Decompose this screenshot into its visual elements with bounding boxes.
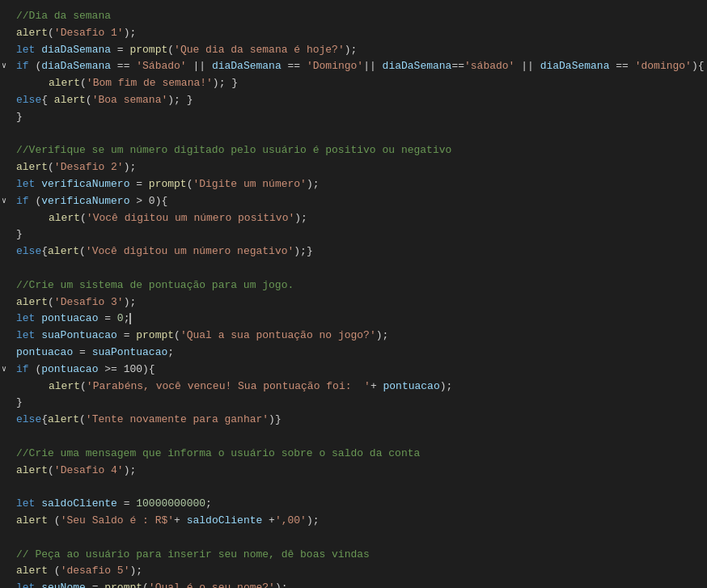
token: 'Seu Saldo é : R$' [61,514,174,527]
token: alert [49,77,80,89]
token: ( [29,60,42,72]
code-line-25: else{alert('Tente novamente para ganhar'… [0,412,707,429]
code-line-22: if (pontuacao >= 100){ [0,362,707,379]
token: ); [129,565,142,577]
text-cursor [129,313,131,324]
code-line-7: } [0,109,707,126]
token: ( [79,245,86,257]
token: prompt [104,582,142,588]
code-line-6: else{ alert('Boa semana'); } [0,92,707,109]
code-line-33: // Peça ao usuário para inserir seu nome… [0,547,707,564]
comment-17: //Crie um sistema de pontuação para um j… [16,279,294,291]
token: alert [49,212,80,224]
comment-27: //Crie uma mensagem que informa o usuári… [16,447,420,459]
code-line-14: } [0,226,707,243]
token: verificaNumero [41,195,129,207]
token: prompt [136,329,174,341]
token: diaDaSemana [540,60,610,72]
code-line-9: //Verifique se um número digitado pelo u… [0,142,707,159]
token: 'domingo' [635,60,692,72]
token: 'Você digitou um número negativo' [86,245,294,257]
token: ( [48,27,54,39]
code-line-27: //Crie uma mensagem que informa o usuári… [0,446,707,463]
token: pontuacao [383,380,440,392]
token: == [451,60,464,72]
token: pontuacao [41,363,98,375]
token: let [16,312,35,324]
token: if [16,195,29,207]
token: ( [48,565,61,577]
token: = [117,329,136,341]
token: suaPontuacao [92,346,168,358]
token: alert [16,161,48,173]
token: ); [345,44,358,56]
token: pontuacao [41,312,98,324]
token: ); [275,582,288,588]
token: 'Bom fim de semana!' [87,77,213,89]
token: ; [124,312,130,324]
code-line-34: alert ('desafio 5'); [0,563,707,580]
token: 'Boa semana' [92,94,168,106]
token: = [73,346,91,358]
token: ); [307,514,320,527]
token: ( [48,296,54,308]
token: alert [16,464,48,476]
code-line-20: let suaPontuacao = prompt('Qual a sua po… [0,328,707,345]
code-line-5: alert('Bom fim de semana!'); } [0,75,707,92]
token: > 0){ [129,195,167,207]
code-line-1: //Dia da semana [0,8,707,25]
token: let [16,44,35,56]
token: diaDaSemana [41,60,111,72]
token: suaPontuacao [41,329,117,341]
token: == [111,60,136,72]
token: ); [307,178,320,190]
token: == [282,60,307,72]
token: ( [48,514,61,527]
token: diaDaSemana [212,60,282,72]
token: 0 [117,312,124,324]
token: 'Qual a sua pontuação no jogo?' [180,329,376,341]
token: ( [48,464,54,476]
code-line-4: if (diaDaSemana == 'Sábado' || diaDaSema… [0,58,707,75]
code-line-35: let seuNome = prompt('Qual é o seu nome?… [0,580,707,588]
token: alert [48,245,79,257]
token: { [41,245,48,257]
token: )} [269,413,282,425]
token: 'sábado' [464,60,514,72]
token: saldoCliente [187,514,263,527]
token: = [129,178,148,190]
code-editor: //Dia da semana alert('Desafio 1'); let … [0,0,707,588]
code-line-21: pontuacao = suaPontuacao; [0,345,707,362]
token: 'Digite um número' [193,178,306,190]
token: else [16,94,41,106]
token: = [86,582,104,588]
token: pontuacao [16,346,73,358]
code-line-24: } [0,395,707,412]
code-line-3: let diaDaSemana = prompt('Que dia da sem… [0,42,707,59]
token: ( [174,329,180,341]
token: alert [49,380,80,392]
token: 'desafio 5' [61,565,130,577]
code-line-10: alert('Desafio 2'); [0,159,707,176]
token: { [41,413,48,425]
token: let [16,582,35,588]
code-line-32 [0,530,707,547]
token: alert [16,27,48,39]
comment-9: //Verifique se um número digitado pelo u… [16,144,451,156]
token: ( [142,582,149,588]
token: seuNome [41,582,86,588]
token: prompt [129,44,167,56]
token: 10000000000 [136,497,205,510]
token: else [16,413,41,425]
token: >= 100){ [98,363,155,375]
token: 'Qual é o seu nome?' [149,582,275,588]
comment-33: // Peça ao usuário para inserir seu nome… [16,548,370,561]
token: 'Domingo' [307,60,363,72]
token: let [16,178,35,190]
token: 'Desafio 4' [54,464,124,476]
token: + [174,514,187,527]
token: if [16,363,29,375]
code-line-11: let verificaNumero = prompt('Digite um n… [0,176,707,193]
code-line-23: alert('Parabéns, você venceu! Sua pontua… [0,379,707,396]
token: } [16,396,23,408]
